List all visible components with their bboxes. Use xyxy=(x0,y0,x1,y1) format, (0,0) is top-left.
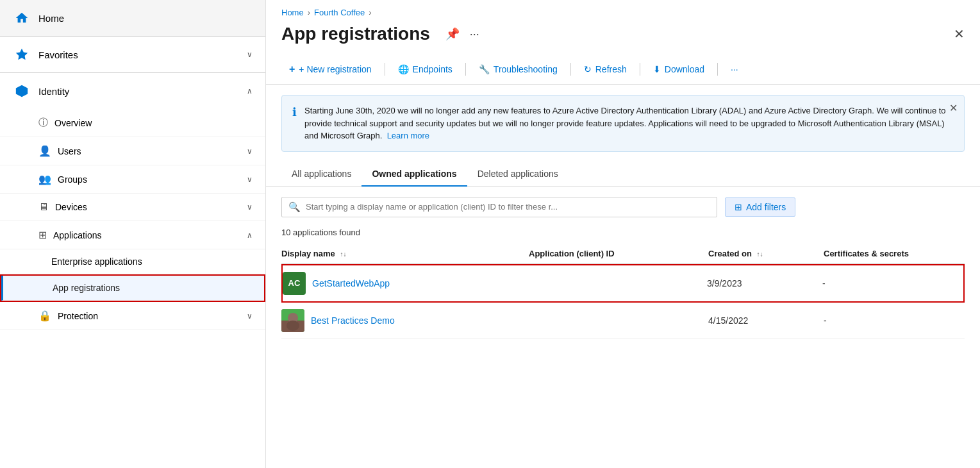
sidebar-item-devices[interactable]: 🖥 Devices ∨ xyxy=(0,194,265,221)
sidebar-item-app-registrations[interactable]: App registrations xyxy=(1,276,264,301)
sidebar-item-protection[interactable]: 🔒 Protection ∨ xyxy=(0,302,265,330)
ellipsis-icon: ··· xyxy=(470,28,479,40)
sidebar-item-identity[interactable]: Identity ∧ xyxy=(0,73,265,109)
col-client-id: Application (client) ID xyxy=(529,249,708,258)
endpoints-label: Endpoints xyxy=(413,64,453,74)
avatar xyxy=(281,309,304,332)
app-registrations-wrapper: App registrations xyxy=(0,274,265,302)
sidebar-item-applications[interactable]: ⊞ Applications ∧ xyxy=(0,221,265,249)
sidebar-protection-label: Protection xyxy=(58,311,247,321)
close-button[interactable]: ✕ xyxy=(954,26,965,42)
table-row[interactable]: Best Practices Demo 4/15/2022 - xyxy=(281,303,965,339)
info-banner: ℹ Starting June 30th, 2020 we will no lo… xyxy=(281,95,965,152)
users-icon: 👤 xyxy=(38,145,51,157)
more-options-button[interactable]: ··· xyxy=(465,25,485,44)
sidebar-users-label: Users xyxy=(58,146,247,156)
sort-icon-created-on: ↑↓ xyxy=(757,251,763,258)
created-on-cell: 3/9/2023 xyxy=(707,278,822,288)
chevron-up-icon: ∧ xyxy=(247,87,253,96)
new-registration-label: + New registration xyxy=(299,64,371,74)
breadcrumb-sep-2: › xyxy=(369,8,371,17)
endpoints-icon: 🌐 xyxy=(398,64,409,74)
toolbar-separator-5 xyxy=(717,63,718,76)
tab-all-applications[interactable]: All applications xyxy=(281,162,361,187)
col-display-name[interactable]: Display name ↑↓ xyxy=(281,249,529,258)
sidebar-overview-label: Overview xyxy=(54,118,253,128)
endpoints-button[interactable]: 🌐 Endpoints xyxy=(390,60,460,78)
main-content: Home › Fourth Coffee › App registrations… xyxy=(266,0,980,468)
info-icon: ⓘ xyxy=(38,117,48,129)
plus-icon: + xyxy=(289,63,295,75)
table-row[interactable]: AC GetStartedWebApp 3/9/2023 - xyxy=(281,264,965,303)
search-icon: 🔍 xyxy=(288,201,301,213)
refresh-button[interactable]: ↻ Refresh xyxy=(576,60,635,78)
breadcrumb-fourth-coffee[interactable]: Fourth Coffee xyxy=(314,8,365,17)
certs-cell: - xyxy=(822,278,963,288)
sidebar-favorites-label: Favorites xyxy=(38,49,247,60)
favorites-icon xyxy=(13,46,31,63)
sidebar-item-users[interactable]: 👤 Users ∨ xyxy=(0,137,265,165)
breadcrumb-home[interactable]: Home xyxy=(281,8,304,17)
sidebar-app-registrations-label: App registrations xyxy=(53,283,120,293)
learn-more-link[interactable]: Learn more xyxy=(387,131,429,140)
troubleshooting-button[interactable]: 🔧 Troubleshooting xyxy=(471,60,565,78)
sidebar-devices-label: Devices xyxy=(55,202,247,212)
refresh-icon: ↻ xyxy=(584,64,592,74)
chevron-down-icon: ∨ xyxy=(247,175,253,184)
sidebar-identity-label: Identity xyxy=(38,86,247,97)
chevron-down-icon: ∨ xyxy=(247,312,253,321)
chevron-down-icon: ∨ xyxy=(247,147,253,156)
page-header: App registrations 📌 ··· ✕ xyxy=(266,21,980,54)
sidebar-groups-label: Groups xyxy=(58,174,247,185)
filter-icon: ⊞ xyxy=(735,202,742,212)
add-filters-label: Add filters xyxy=(746,202,786,212)
breadcrumb-sep-1: › xyxy=(308,8,310,17)
sidebar-item-groups[interactable]: 👥 Groups ∨ xyxy=(0,165,265,194)
sidebar-item-favorites[interactable]: Favorites ∨ xyxy=(0,37,265,73)
chevron-up-icon: ∧ xyxy=(247,231,253,240)
tab-owned-applications[interactable]: Owned applications xyxy=(361,162,467,187)
sidebar-applications-label: Applications xyxy=(53,230,247,240)
protection-icon: 🔒 xyxy=(38,310,51,322)
table-section: 10 applications found Display name ↑↓ Ap… xyxy=(266,228,980,339)
search-box[interactable]: 🔍 xyxy=(281,197,717,217)
banner-close-button[interactable]: ✕ xyxy=(949,102,958,114)
download-button[interactable]: ⬇ Download xyxy=(645,60,712,78)
more-icon: ··· xyxy=(731,64,738,74)
pin-icon: 📌 xyxy=(445,28,460,40)
search-input[interactable] xyxy=(306,202,710,212)
pin-button[interactable]: 📌 xyxy=(440,24,465,44)
app-name-cell: AC GetStartedWebApp xyxy=(283,272,527,295)
col-created-on[interactable]: Created on ↑↓ xyxy=(708,249,824,258)
sidebar-item-home[interactable]: Home xyxy=(0,0,265,37)
avatar: AC xyxy=(283,272,306,295)
new-registration-button[interactable]: + + New registration xyxy=(281,60,379,79)
results-count: 10 applications found xyxy=(281,228,965,237)
sidebar: Home Favorites ∨ Identity ∧ ⓘ Overview 👤… xyxy=(0,0,266,468)
info-circle-icon: ℹ xyxy=(292,105,297,142)
app-name-cell: Best Practices Demo xyxy=(281,309,529,332)
applications-icon: ⊞ xyxy=(38,229,47,241)
svg-point-3 xyxy=(287,321,299,331)
toolbar-separator-1 xyxy=(385,63,385,76)
created-on-cell: 4/15/2022 xyxy=(708,315,824,326)
page-title: App registrations xyxy=(281,24,430,44)
app-name-link[interactable]: GetStartedWebApp xyxy=(312,278,390,288)
chevron-down-icon: ∨ xyxy=(247,50,253,59)
download-icon: ⬇ xyxy=(653,64,661,74)
col-certs: Certificates & secrets xyxy=(824,249,965,258)
download-label: Download xyxy=(665,64,704,74)
add-filters-button[interactable]: ⊞ Add filters xyxy=(725,197,795,217)
sidebar-item-overview[interactable]: ⓘ Overview xyxy=(0,109,265,137)
banner-text: Starting June 30th, 2020 we will no long… xyxy=(304,104,954,142)
sort-icon-display-name: ↑↓ xyxy=(340,251,346,258)
sidebar-item-enterprise-applications[interactable]: Enterprise applications xyxy=(0,249,265,274)
toolbar-more-button[interactable]: ··· xyxy=(723,60,746,78)
devices-icon: 🖥 xyxy=(38,201,49,213)
sidebar-home-label: Home xyxy=(38,13,253,24)
app-name-link[interactable]: Best Practices Demo xyxy=(311,315,395,326)
toolbar-separator-3 xyxy=(570,63,571,76)
home-icon xyxy=(13,9,31,27)
tab-deleted-applications[interactable]: Deleted applications xyxy=(467,162,569,187)
tabs: All applications Owned applications Dele… xyxy=(266,162,980,187)
